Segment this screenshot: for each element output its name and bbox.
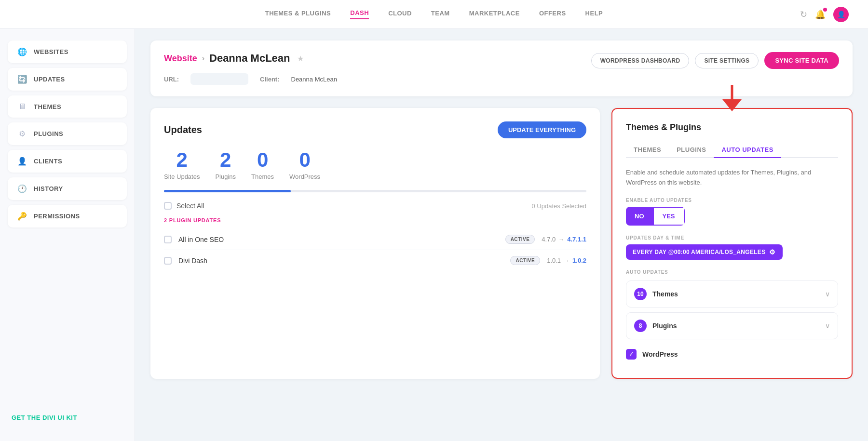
nav-themes-plugins[interactable]: THEMES & PLUGINS bbox=[265, 10, 331, 19]
site-settings-button[interactable]: SITE SETTINGS bbox=[695, 53, 759, 68]
top-nav: THEMES & PLUGINS DASH CLOUD TEAM MARKETP… bbox=[0, 0, 868, 29]
sidebar-item-plugins[interactable]: ⚙ PLUGINS bbox=[8, 122, 127, 145]
sidebar-item-themes[interactable]: 🖥 THEMES bbox=[8, 95, 127, 118]
nav-right: ↻ 🔔 👤 bbox=[800, 7, 849, 22]
url-value bbox=[190, 73, 248, 85]
updates-header: Updates UPDATE EVERYTHING bbox=[164, 121, 586, 138]
sidebar-item-label: PERMISSIONS bbox=[34, 213, 80, 220]
version-to: 4.7.1.1 bbox=[567, 236, 586, 243]
nav-dash[interactable]: DASH bbox=[350, 9, 369, 19]
stat-number: 2 bbox=[215, 150, 236, 170]
accordion-plugins[interactable]: 8 Plugins ∨ bbox=[626, 312, 838, 339]
two-col: Updates UPDATE EVERYTHING 2 Site Updates… bbox=[150, 108, 853, 379]
annotation-arrow bbox=[722, 85, 742, 114]
version-arrow: → bbox=[564, 257, 570, 264]
accordion-themes-label: Themes bbox=[652, 290, 819, 298]
plugin-checkbox[interactable] bbox=[164, 257, 172, 265]
wordpress-row: ✓ WordPress bbox=[626, 344, 838, 364]
updates-icon: 🔄 bbox=[17, 75, 27, 84]
themes-plugins-panel: Themes & Plugins THEMES PLUGINS AUTO UPD… bbox=[611, 108, 853, 379]
sidebar-item-history[interactable]: 🕐 HISTORY bbox=[8, 177, 127, 200]
toggle-no-button[interactable]: NO bbox=[626, 207, 653, 226]
clients-icon: 👤 bbox=[17, 157, 27, 166]
plugin-row: Divi Dash ACTIVE 1.0.1 → 1.0.2 bbox=[164, 250, 586, 271]
header-actions: WORDPRESS DASHBOARD SITE SETTINGS SYNC S… bbox=[591, 52, 839, 69]
sidebar-bottom: GET THE DIVI UI KIT bbox=[8, 405, 127, 429]
url-label: URL: bbox=[164, 76, 179, 83]
get-kit-link[interactable]: GET THE DIVI UI KIT bbox=[12, 414, 77, 421]
plugin-updates-section-label: 2 PLUGIN UPDATES bbox=[164, 217, 586, 223]
version-from: 1.0.1 bbox=[547, 257, 561, 264]
wordpress-checkbox[interactable]: ✓ bbox=[626, 349, 637, 360]
sidebar-item-clients[interactable]: 👤 CLIENTS bbox=[8, 150, 127, 173]
sidebar-item-label: CLIENTS bbox=[34, 158, 62, 165]
updates-panel: Updates UPDATE EVERYTHING 2 Site Updates… bbox=[150, 108, 600, 379]
plugin-checkbox[interactable] bbox=[164, 236, 172, 243]
stat-wordpress: 0 WordPress bbox=[289, 150, 320, 180]
tab-plugins[interactable]: PLUGINS bbox=[669, 142, 714, 158]
plugins-icon: ⚙ bbox=[17, 129, 27, 138]
bell-dot bbox=[823, 8, 827, 12]
stat-label: Plugins bbox=[215, 173, 236, 180]
main-layout: 🌐 WEBSITES 🔄 UPDATES 🖥 THEMES ⚙ PLUGINS … bbox=[0, 29, 868, 441]
toggle-yes-button[interactable]: YES bbox=[653, 207, 685, 226]
nav-cloud[interactable]: CLOUD bbox=[388, 10, 412, 19]
update-everything-button[interactable]: UPDATE EVERYTHING bbox=[498, 121, 586, 138]
stat-label: Themes bbox=[251, 173, 274, 180]
accordion-plugins-count: 8 bbox=[634, 320, 647, 332]
client-value: Deanna McLean bbox=[291, 76, 337, 83]
chevron-down-icon: ∨ bbox=[825, 322, 830, 330]
sidebar-item-label: HISTORY bbox=[34, 185, 63, 192]
sidebar-item-updates[interactable]: 🔄 UPDATES bbox=[8, 68, 127, 91]
sidebar-item-label: PLUGINS bbox=[34, 130, 63, 137]
version-to: 1.0.2 bbox=[572, 257, 586, 264]
accordion-themes[interactable]: 10 Themes ∨ bbox=[626, 281, 838, 307]
stat-label: WordPress bbox=[289, 173, 320, 180]
stat-number: 0 bbox=[289, 150, 320, 170]
stat-number: 2 bbox=[164, 150, 200, 170]
tabs-row: THEMES PLUGINS AUTO UPDATES bbox=[626, 142, 838, 158]
plugin-row: All in One SEO ACTIVE 4.7.0 → 4.7.1.1 bbox=[164, 229, 586, 250]
themes-icon: 🖥 bbox=[17, 102, 27, 111]
version-info: 4.7.0 → 4.7.1.1 bbox=[542, 236, 586, 243]
auto-updates-label: AUTO UPDATES bbox=[626, 269, 838, 275]
websites-icon: 🌐 bbox=[17, 47, 27, 56]
nav-marketplace[interactable]: MARKETPLACE bbox=[469, 10, 520, 19]
sidebar-item-websites[interactable]: 🌐 WEBSITES bbox=[8, 40, 127, 63]
refresh-icon[interactable]: ↻ bbox=[800, 9, 807, 20]
select-all-label[interactable]: Select All bbox=[176, 202, 204, 210]
sidebar-item-label: WEBSITES bbox=[34, 48, 68, 55]
tab-auto-updates[interactable]: AUTO UPDATES bbox=[714, 142, 781, 158]
nav-help[interactable]: HELP bbox=[585, 10, 603, 19]
nav-offers[interactable]: OFFERS bbox=[539, 10, 566, 19]
sync-site-data-button[interactable]: SYNC SITE DATA bbox=[764, 52, 839, 69]
sidebar: 🌐 WEBSITES 🔄 UPDATES 🖥 THEMES ⚙ PLUGINS … bbox=[0, 29, 135, 441]
breadcrumb-arrow: › bbox=[202, 54, 204, 63]
content-area: Website › Deanna McLean ★ WORDPRESS DASH… bbox=[135, 29, 868, 441]
toggle-group: NO YES bbox=[626, 207, 685, 226]
stat-plugins: 2 Plugins bbox=[215, 150, 236, 180]
select-all-row: Select All 0 Updates Selected bbox=[164, 202, 586, 210]
tab-themes[interactable]: THEMES bbox=[626, 142, 669, 158]
sidebar-item-label: UPDATES bbox=[34, 76, 65, 83]
progress-bar-container bbox=[164, 190, 586, 192]
nav-team[interactable]: TEAM bbox=[431, 10, 450, 19]
history-icon: 🕐 bbox=[17, 184, 27, 193]
breadcrumb-website[interactable]: Website bbox=[164, 53, 197, 64]
permissions-icon: 🔑 bbox=[17, 212, 27, 221]
accordion-themes-count: 10 bbox=[634, 288, 647, 300]
wordpress-dashboard-button[interactable]: WORDPRESS DASHBOARD bbox=[591, 53, 690, 68]
stats-row: 2 Site Updates 2 Plugins 0 Themes 0 Word… bbox=[164, 150, 586, 180]
select-all-checkbox[interactable] bbox=[164, 202, 172, 210]
accordion-plugins-label: Plugins bbox=[652, 322, 819, 330]
version-from: 4.7.0 bbox=[542, 236, 556, 243]
star-icon[interactable]: ★ bbox=[297, 54, 304, 63]
nav-links: THEMES & PLUGINS DASH CLOUD TEAM MARKETP… bbox=[265, 9, 603, 19]
user-avatar[interactable]: 👤 bbox=[833, 7, 849, 22]
schedule-badge[interactable]: EVERY DAY @00:00 AMERICA/LOS_ANGELES ⚙ bbox=[626, 244, 783, 260]
breadcrumb: Website › Deanna McLean ★ bbox=[164, 52, 304, 65]
page-header: Website › Deanna McLean ★ WORDPRESS DASH… bbox=[150, 40, 853, 96]
sidebar-item-label: THEMES bbox=[34, 103, 61, 110]
stat-label: Site Updates bbox=[164, 173, 200, 180]
sidebar-item-permissions[interactable]: 🔑 PERMISSIONS bbox=[8, 205, 127, 227]
